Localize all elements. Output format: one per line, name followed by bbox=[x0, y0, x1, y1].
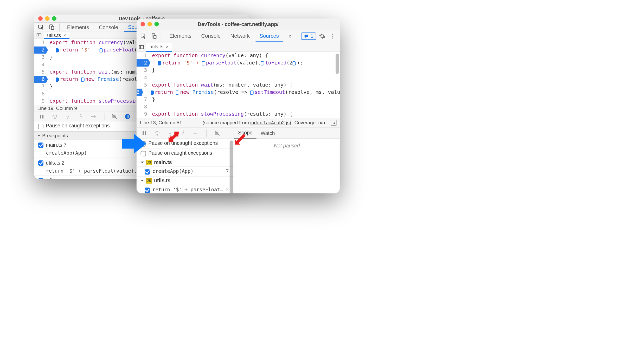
svg-rect-4 bbox=[40, 115, 41, 119]
checkbox[interactable] bbox=[38, 124, 43, 129]
pause-caught-label: Pause on caught exceptions bbox=[148, 150, 212, 156]
sourcemap-info: (source mapped from index.1ac4eab2.js) bbox=[203, 120, 291, 126]
debugger-left-pane: Pause on uncaught exceptions Pause on ca… bbox=[137, 127, 234, 193]
svg-point-26 bbox=[194, 132, 195, 133]
svg-point-8 bbox=[80, 114, 81, 115]
svg-rect-16 bbox=[305, 35, 308, 37]
inspect-icon[interactable] bbox=[37, 23, 46, 32]
svg-marker-10 bbox=[125, 114, 130, 119]
device-toggle-icon[interactable] bbox=[47, 23, 56, 32]
svg-point-9 bbox=[91, 116, 92, 117]
zoom-icon[interactable] bbox=[52, 16, 56, 21]
breakpoint-item[interactable]: return '$' + parseFloat(va… 2 bbox=[137, 185, 234, 193]
debugger-panes: Pause on uncaught exceptions Pause on ca… bbox=[137, 139, 234, 193]
scope-watch-tabs: Scope Watch bbox=[234, 127, 340, 139]
step-out-icon[interactable] bbox=[76, 112, 85, 121]
pause-icon[interactable] bbox=[37, 112, 46, 121]
navigator-toggle-icon[interactable] bbox=[34, 32, 44, 38]
step-out-icon[interactable] bbox=[179, 128, 188, 137]
pause-caught-label: Pause on caught exceptions bbox=[46, 123, 110, 129]
svg-point-6 bbox=[54, 118, 55, 119]
tab-elements[interactable]: Elements bbox=[63, 23, 93, 32]
svg-point-23 bbox=[157, 134, 158, 135]
more-tabs-icon[interactable]: » bbox=[285, 30, 296, 42]
devtools-window-right: DevTools - coffee-cart.netlify.app/ Elem… bbox=[137, 19, 340, 193]
inspect-icon[interactable] bbox=[139, 31, 148, 40]
scrollbar[interactable] bbox=[230, 140, 233, 193]
tab-console[interactable]: Console bbox=[95, 23, 122, 32]
checkbox[interactable] bbox=[38, 160, 43, 166]
red-arrow-annotation bbox=[168, 132, 179, 143]
debugger-right-pane: Scope Watch Not paused bbox=[234, 127, 340, 193]
checkbox[interactable] bbox=[145, 188, 150, 193]
tab-elements[interactable]: Elements bbox=[165, 30, 196, 42]
breakpoint-item[interactable]: createApp(App) 7 bbox=[137, 167, 234, 177]
cursor-position: Line 13, Column 51 bbox=[140, 120, 182, 126]
svg-point-18 bbox=[332, 35, 333, 36]
svg-rect-12 bbox=[128, 115, 129, 118]
deactivate-breakpoints-icon[interactable] bbox=[213, 128, 221, 137]
tab-watch[interactable]: Watch bbox=[256, 127, 279, 138]
show-navigator-icon[interactable] bbox=[331, 120, 336, 126]
svg-point-25 bbox=[183, 130, 184, 131]
more-icon[interactable] bbox=[328, 31, 337, 40]
close-icon[interactable] bbox=[38, 16, 43, 21]
svg-point-19 bbox=[332, 37, 333, 38]
svg-rect-15 bbox=[154, 35, 156, 38]
code-editor[interactable]: 1export function currency(value: any) {2… bbox=[137, 52, 340, 118]
sourcemap-link[interactable]: index.1ac4eab2.js bbox=[250, 120, 290, 126]
svg-rect-20 bbox=[139, 45, 143, 49]
pause-uncaught-row[interactable]: Pause on uncaught exceptions bbox=[137, 139, 234, 148]
checkbox[interactable] bbox=[145, 169, 150, 174]
red-arrow-annotation bbox=[234, 134, 246, 145]
window-title: DevTools - coffee-cart.netlify.app/ bbox=[137, 21, 340, 27]
zoom-icon[interactable] bbox=[155, 22, 159, 26]
minimize-icon[interactable] bbox=[147, 22, 152, 26]
scrollbar[interactable] bbox=[336, 54, 339, 74]
tab-network[interactable]: Network bbox=[226, 30, 254, 42]
svg-point-17 bbox=[332, 34, 333, 35]
close-icon[interactable] bbox=[140, 22, 145, 26]
step-over-icon[interactable] bbox=[50, 112, 59, 121]
svg-marker-27 bbox=[122, 134, 146, 153]
pause-on-exceptions-icon[interactable] bbox=[123, 112, 132, 121]
step-icon[interactable] bbox=[192, 128, 201, 137]
status-bar: Line 13, Column 51 (source mapped from i… bbox=[137, 118, 340, 127]
step-icon[interactable] bbox=[89, 112, 98, 121]
coverage-info: Coverage: n/a bbox=[294, 120, 325, 126]
checkbox[interactable] bbox=[38, 178, 43, 179]
settings-icon[interactable] bbox=[318, 31, 327, 40]
issues-badge[interactable]: 1 bbox=[301, 32, 316, 40]
blue-arrow-annotation bbox=[122, 134, 146, 153]
step-over-icon[interactable] bbox=[153, 128, 162, 137]
tab-console[interactable]: Console bbox=[197, 30, 225, 42]
svg-rect-11 bbox=[127, 115, 127, 118]
cursor-position: Line 19, Column 9 bbox=[37, 106, 77, 112]
file-tab-utils[interactable]: utils.ts× bbox=[146, 42, 172, 52]
panel-tabbar: Elements Console Network Sources » 1 bbox=[137, 30, 340, 42]
svg-rect-5 bbox=[42, 115, 43, 119]
scope-not-paused: Not paused bbox=[234, 139, 340, 153]
close-icon[interactable]: × bbox=[63, 32, 66, 38]
breakpoint-file-group[interactable]: JSmain.ts bbox=[137, 158, 234, 167]
pause-caught-row[interactable]: Pause on caught exceptions bbox=[137, 149, 234, 158]
device-toggle-icon[interactable] bbox=[150, 31, 158, 40]
breakpoint-file-group[interactable]: JSutils.ts bbox=[137, 177, 234, 185]
pause-uncaught-label: Pause on uncaught exceptions bbox=[148, 140, 218, 146]
file-tab-utils[interactable]: utils.ts× bbox=[44, 32, 69, 39]
file-tabbar: utils.ts× bbox=[137, 42, 340, 52]
tab-sources[interactable]: Sources bbox=[255, 30, 283, 42]
deactivate-breakpoints-icon[interactable] bbox=[110, 112, 119, 121]
titlebar: DevTools - coffee-cart.netlify.app/ bbox=[137, 19, 340, 30]
debugger-toolbar bbox=[137, 127, 234, 139]
window-controls bbox=[38, 16, 56, 21]
step-into-icon[interactable] bbox=[63, 112, 72, 121]
navigator-toggle-icon[interactable] bbox=[137, 44, 146, 50]
svg-point-7 bbox=[67, 118, 68, 119]
checkbox[interactable] bbox=[38, 142, 43, 148]
close-icon[interactable]: × bbox=[166, 44, 169, 50]
minimize-icon[interactable] bbox=[45, 16, 49, 21]
window-controls bbox=[140, 22, 159, 26]
svg-rect-2 bbox=[51, 27, 54, 30]
